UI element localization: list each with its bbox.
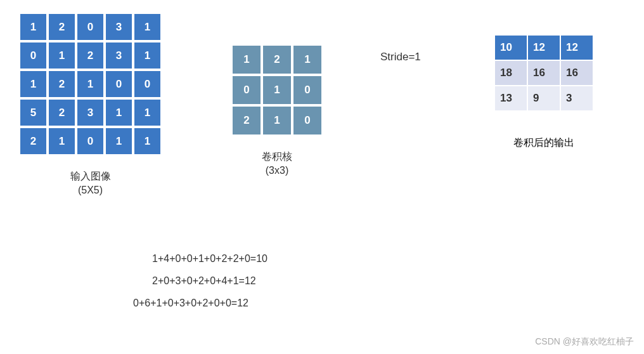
output-cell: 16 bbox=[527, 60, 560, 86]
input-cell: 2 bbox=[48, 98, 76, 127]
output-cell: 16 bbox=[560, 60, 593, 86]
kernel-cell: 0 bbox=[292, 75, 323, 105]
kernel-cell: 1 bbox=[292, 44, 323, 75]
output-grid: 1012121816161393 bbox=[494, 35, 593, 111]
output-cell: 12 bbox=[560, 35, 593, 60]
output-cell: 18 bbox=[494, 60, 527, 86]
output-cell: 13 bbox=[494, 86, 527, 111]
equation-line: 0+6+1+0+3+0+2+0+0=12 bbox=[133, 292, 267, 314]
output-cell: 3 bbox=[560, 86, 593, 111]
stride-label: Stride=1 bbox=[380, 51, 421, 63]
kernel-block: 121010210 卷积核 (3x3) bbox=[231, 44, 323, 178]
output-cell: 9 bbox=[527, 86, 560, 111]
kernel-caption: 卷积核 (3x3) bbox=[262, 150, 292, 178]
kernel-cell: 1 bbox=[262, 75, 292, 105]
kernel-grid: 121010210 bbox=[231, 44, 323, 136]
input-cell: 2 bbox=[76, 41, 105, 70]
kernel-cell: 1 bbox=[262, 105, 292, 136]
input-cell: 1 bbox=[48, 41, 76, 70]
input-cell: 2 bbox=[19, 127, 48, 155]
input-cell: 1 bbox=[133, 13, 162, 41]
input-cell: 1 bbox=[19, 13, 48, 41]
kernel-cell: 2 bbox=[231, 105, 262, 136]
input-cell: 5 bbox=[19, 98, 48, 127]
input-cell: 1 bbox=[76, 70, 105, 98]
kernel-cell: 1 bbox=[231, 44, 262, 75]
input-cell: 1 bbox=[105, 127, 133, 155]
input-grid: 1203101231121005231121011 bbox=[19, 13, 162, 155]
input-cell: 3 bbox=[76, 98, 105, 127]
input-cell: 1 bbox=[105, 98, 133, 127]
input-cell: 1 bbox=[133, 41, 162, 70]
equations-block: 1+4+0+0+1+0+2+2+0=102+0+3+0+2+0+4+1=120+… bbox=[133, 247, 267, 315]
input-cell: 1 bbox=[133, 98, 162, 127]
equation-line: 2+0+3+0+2+0+4+1=12 bbox=[133, 270, 267, 292]
output-caption: 卷积后的输出 bbox=[513, 136, 574, 150]
watermark: CSDN @好喜欢吃红柚子 bbox=[535, 336, 634, 348]
kernel-caption-line2: (3x3) bbox=[262, 164, 292, 178]
input-cell: 1 bbox=[48, 127, 76, 155]
input-cell: 2 bbox=[48, 13, 76, 41]
input-cell: 3 bbox=[105, 41, 133, 70]
kernel-cell: 0 bbox=[292, 105, 323, 136]
output-cell: 10 bbox=[494, 35, 527, 60]
input-cell: 3 bbox=[105, 13, 133, 41]
input-cell: 0 bbox=[76, 13, 105, 41]
input-caption-line2: (5X5) bbox=[70, 183, 111, 197]
input-caption-line1: 输入图像 bbox=[70, 169, 111, 183]
input-cell: 2 bbox=[48, 70, 76, 98]
input-cell: 0 bbox=[133, 70, 162, 98]
input-cell: 1 bbox=[19, 70, 48, 98]
equation-line: 1+4+0+0+1+0+2+2+0=10 bbox=[133, 247, 267, 270]
kernel-caption-line1: 卷积核 bbox=[262, 150, 292, 164]
output-cell: 12 bbox=[527, 35, 560, 60]
kernel-cell: 0 bbox=[231, 75, 262, 105]
kernel-cell: 2 bbox=[262, 44, 292, 75]
input-caption: 输入图像 (5X5) bbox=[70, 169, 111, 198]
input-cell: 0 bbox=[19, 41, 48, 70]
input-cell: 1 bbox=[133, 127, 162, 155]
input-cell: 0 bbox=[76, 127, 105, 155]
input-image-block: 1203101231121005231121011 输入图像 (5X5) bbox=[19, 13, 162, 198]
output-block: 1012121816161393 卷积后的输出 bbox=[494, 35, 593, 150]
input-cell: 0 bbox=[105, 70, 133, 98]
